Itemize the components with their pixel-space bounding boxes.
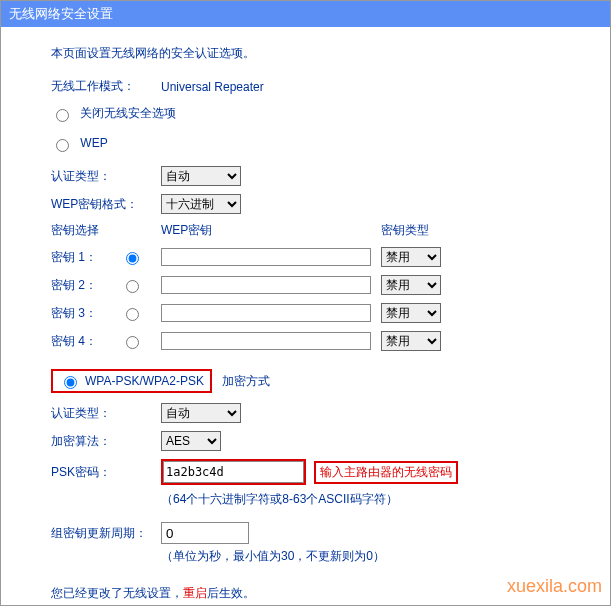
- key1-label: 密钥 1：: [51, 249, 121, 266]
- algo-label: 加密算法：: [51, 433, 161, 450]
- col-wep-key: WEP密钥: [161, 222, 381, 239]
- key3-label: 密钥 3：: [51, 305, 121, 322]
- encrypt-method-label: 加密方式: [222, 373, 270, 390]
- algo-select[interactable]: AES: [161, 431, 221, 451]
- group-key-input[interactable]: [161, 522, 249, 544]
- mode-value: Universal Repeater: [161, 80, 264, 94]
- key3-type-select[interactable]: 禁用: [381, 303, 441, 323]
- reboot-link[interactable]: 重启: [183, 586, 207, 600]
- key4-type-select[interactable]: 禁用: [381, 331, 441, 351]
- key1-radio[interactable]: [126, 252, 139, 265]
- psk-input[interactable]: [163, 461, 304, 483]
- radio-disable-security[interactable]: [56, 109, 69, 122]
- radio-wep[interactable]: [56, 139, 69, 152]
- key3-radio[interactable]: [126, 308, 139, 321]
- key4-input[interactable]: [161, 332, 371, 350]
- psk-label: PSK密码：: [51, 464, 161, 481]
- key2-radio[interactable]: [126, 280, 139, 293]
- title-bar: 无线网络安全设置: [1, 1, 610, 27]
- reboot-message: 您已经更改了无线设置，重启后生效。: [51, 585, 580, 602]
- key2-label: 密钥 2：: [51, 277, 121, 294]
- wep-label: WEP: [80, 136, 107, 150]
- auth-type-label: 认证类型：: [51, 168, 161, 185]
- wpa-psk-label: WPA-PSK/WPA2-PSK: [85, 374, 204, 388]
- psk-hint: 输入主路由器的无线密码: [314, 461, 458, 484]
- key4-radio[interactable]: [126, 336, 139, 349]
- disable-security-label: 关闭无线安全选项: [80, 106, 176, 120]
- auth2-select[interactable]: 自动: [161, 403, 241, 423]
- auth-type-select[interactable]: 自动: [161, 166, 241, 186]
- key1-input[interactable]: [161, 248, 371, 266]
- wep-format-select[interactable]: 十六进制: [161, 194, 241, 214]
- key3-input[interactable]: [161, 304, 371, 322]
- wep-format-label: WEP密钥格式：: [51, 196, 161, 213]
- col-key-select: 密钥选择: [51, 222, 161, 239]
- auth2-label: 认证类型：: [51, 405, 161, 422]
- page-description: 本页面设置无线网络的安全认证选项。: [51, 45, 580, 62]
- key4-label: 密钥 4：: [51, 333, 121, 350]
- key1-type-select[interactable]: 禁用: [381, 247, 441, 267]
- key2-input[interactable]: [161, 276, 371, 294]
- watermark: xuexila.com: [507, 576, 602, 597]
- group-key-note: （单位为秒，最小值为30，不更新则为0）: [161, 548, 580, 565]
- key2-type-select[interactable]: 禁用: [381, 275, 441, 295]
- group-key-label: 组密钥更新周期：: [51, 525, 161, 542]
- psk-note: （64个十六进制字符或8-63个ASCII码字符）: [161, 491, 580, 508]
- mode-label: 无线工作模式：: [51, 78, 161, 95]
- col-key-type: 密钥类型: [381, 222, 451, 239]
- radio-wpa-psk[interactable]: [64, 376, 77, 389]
